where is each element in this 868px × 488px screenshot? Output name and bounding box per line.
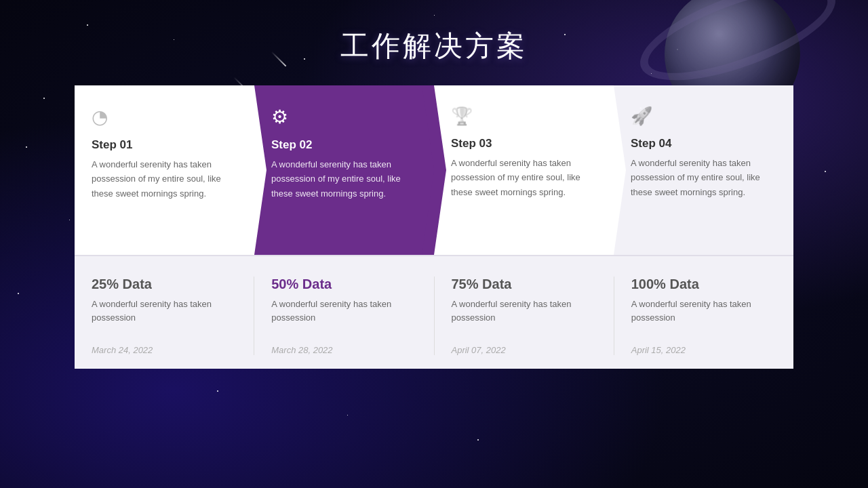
data-4-text: A wonderful serenity has taken possessio… <box>631 298 776 325</box>
data-2-text: A wonderful serenity has taken possessio… <box>271 298 416 325</box>
step-item-3: 🏆 Step 03 A wonderful serenity has taken… <box>434 85 614 255</box>
data-4-percent: 100% Data <box>631 277 776 292</box>
step-4-desc: A wonderful serenity has taken possessio… <box>631 156 776 199</box>
step-1-desc: A wonderful serenity has taken possessio… <box>92 157 237 201</box>
trophy-icon: 🏆 <box>451 106 597 127</box>
page-content: 工作解决方案 ◔ Step 01 A wonderful serenity ha… <box>0 0 868 488</box>
data-4-date: April 15, 2022 <box>631 345 776 355</box>
data-2-date: March 28, 2022 <box>271 345 416 355</box>
data-2-percent: 50% Data <box>271 277 416 292</box>
data-item-4: 100% Data A wonderful serenity has taken… <box>614 277 793 355</box>
rocket-icon: 🚀 <box>631 106 776 127</box>
data-1-text: A wonderful serenity has taken possessio… <box>92 298 237 325</box>
step-1-number: Step 01 <box>92 138 237 152</box>
page-title: 工作解决方案 <box>340 27 528 65</box>
steps-row: ◔ Step 01 A wonderful serenity has taken… <box>75 85 793 255</box>
data-3-text: A wonderful serenity has taken possessio… <box>452 298 597 325</box>
step-item-1: ◔ Step 01 A wonderful serenity has taken… <box>75 85 254 255</box>
data-item-3: 75% Data A wonderful serenity has taken … <box>435 277 614 355</box>
step-3-number: Step 03 <box>451 137 597 150</box>
data-item-2: 50% Data A wonderful serenity has taken … <box>254 277 434 355</box>
pie-chart-icon: ◔ <box>92 106 237 128</box>
step-item-4: 🚀 Step 04 A wonderful serenity has taken… <box>614 85 793 255</box>
step-4-number: Step 04 <box>631 137 776 150</box>
main-card: ◔ Step 01 A wonderful serenity has taken… <box>75 85 793 369</box>
data-3-percent: 75% Data <box>452 277 597 292</box>
step-3-desc: A wonderful serenity has taken possessio… <box>451 156 597 199</box>
data-3-date: April 07, 2022 <box>452 345 597 355</box>
step-2-number: Step 02 <box>271 138 417 152</box>
gear-icon: ⚙ <box>271 106 417 128</box>
step-item-2: ⚙ Step 02 A wonderful serenity has taken… <box>254 85 434 255</box>
data-row: 25% Data A wonderful serenity has taken … <box>75 256 793 369</box>
data-item-1: 25% Data A wonderful serenity has taken … <box>75 277 254 355</box>
data-1-date: March 24, 2022 <box>92 345 237 355</box>
data-1-percent: 25% Data <box>92 277 237 292</box>
step-2-desc: A wonderful serenity has taken possessio… <box>271 157 417 201</box>
